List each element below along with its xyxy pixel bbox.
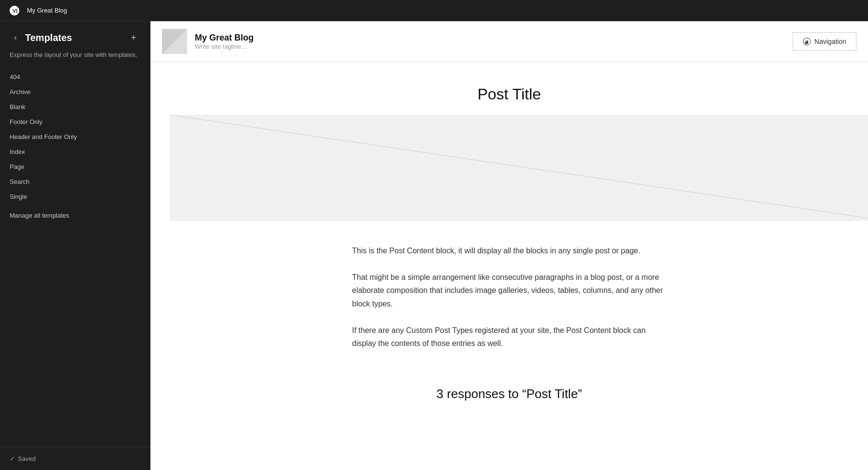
post-content-paragraph-1: This is the Post Content block, it will …: [352, 244, 666, 257]
post-content-paragraph-3: If there are any Custom Post Types regis…: [352, 324, 666, 350]
navigation-button[interactable]: ◕ Navigation: [793, 32, 856, 51]
add-template-button[interactable]: +: [127, 31, 140, 44]
preview-area: My Great Blog Write site tagline... ◕ Na…: [150, 21, 868, 470]
site-tagline: Write site tagline...: [195, 43, 254, 50]
sidebar-item-page[interactable]: Page: [0, 159, 150, 174]
featured-image-placeholder: [170, 115, 868, 221]
saved-status: Saved: [10, 455, 36, 462]
site-info: My Great Blog Write site tagline...: [195, 33, 254, 50]
sidebar-item-index[interactable]: Index: [0, 144, 150, 159]
svg-rect-0: [170, 115, 868, 221]
sidebar-item-404[interactable]: 404: [0, 69, 150, 84]
manage-all-templates-link[interactable]: Manage all templates: [0, 208, 150, 223]
main-layout: ‹ Templates + Express the layout of your…: [0, 21, 868, 470]
top-bar-title: My Great Blog: [27, 7, 67, 14]
sidebar: ‹ Templates + Express the layout of your…: [0, 21, 150, 470]
site-logo: [162, 29, 187, 54]
saved-label: Saved: [18, 455, 36, 462]
sidebar-item-single[interactable]: Single: [0, 189, 150, 204]
back-button[interactable]: ‹: [10, 32, 21, 43]
sidebar-item-archive[interactable]: Archive: [0, 84, 150, 99]
site-identity: My Great Blog Write site tagline...: [162, 29, 254, 54]
post-title: Post Title: [162, 85, 856, 103]
post-content-paragraph-2: That might be a simple arrangement like …: [352, 271, 666, 310]
sidebar-title: Templates: [25, 32, 72, 43]
sidebar-nav: 404 Archive Blank Footer Only Header and…: [0, 69, 150, 447]
top-bar: My Great Blog: [0, 0, 868, 21]
site-name: My Great Blog: [195, 33, 254, 43]
navigation-button-label: Navigation: [814, 38, 846, 45]
post-body: This is the Post Content block, it will …: [340, 221, 678, 387]
sidebar-item-footer-only[interactable]: Footer Only: [0, 114, 150, 129]
sidebar-item-search[interactable]: Search: [0, 174, 150, 189]
sidebar-description: Express the layout of your site with tem…: [0, 48, 150, 69]
preview-content: Post Title This is the Post Content bloc…: [150, 62, 868, 470]
sidebar-footer: Saved: [0, 447, 150, 470]
wordpress-logo[interactable]: [8, 4, 21, 17]
navigation-icon: ◕: [803, 38, 811, 45]
sidebar-item-blank[interactable]: Blank: [0, 99, 150, 114]
sidebar-back: ‹ Templates: [10, 32, 72, 43]
responses-title: 3 responses to “Post Title”: [150, 387, 868, 413]
sidebar-item-header-footer-only[interactable]: Header and Footer Only: [0, 129, 150, 144]
post-title-section: Post Title: [150, 62, 868, 115]
sidebar-header: ‹ Templates +: [0, 21, 150, 48]
preview-header: My Great Blog Write site tagline... ◕ Na…: [150, 21, 868, 62]
